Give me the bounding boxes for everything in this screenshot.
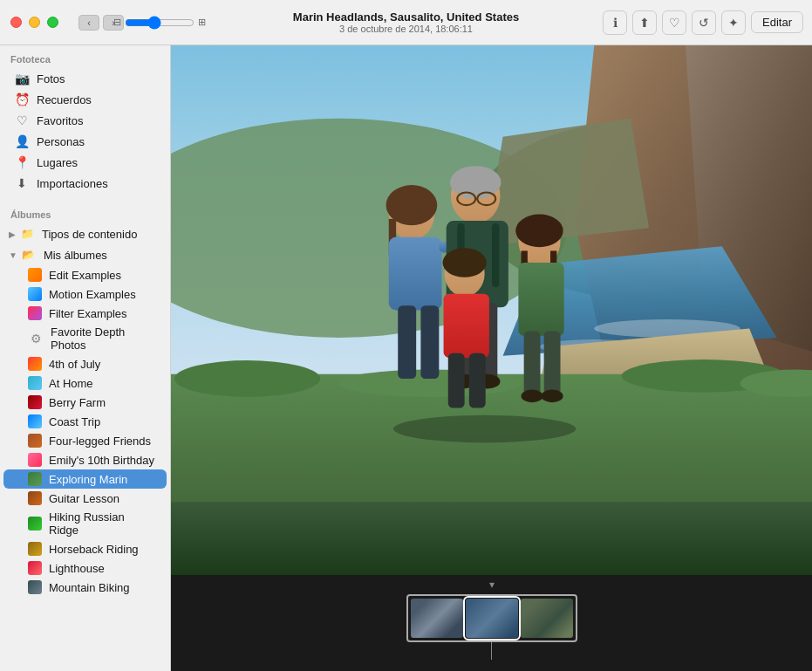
svg-point-49 [393, 415, 576, 442]
sidebar-item-filter-examples[interactable]: Filter Examples [3, 304, 167, 323]
sidebar-item-hiking[interactable]: Hiking Russian Ridge [3, 508, 167, 539]
sidebar-label-fotos: Fotos [37, 72, 65, 86]
thumbnail-2[interactable] [466, 599, 518, 638]
favorites-icon: ♡ [14, 113, 30, 128]
bracket-connector-line [491, 642, 492, 660]
rotate-button[interactable]: ↺ [692, 10, 716, 35]
hiking-label: Hiking Russian Ridge [49, 510, 156, 537]
thumbnail-1[interactable] [411, 599, 463, 638]
favorite-depth-label: Favorite Depth Photos [51, 325, 156, 352]
mis-albumes-section-toggle[interactable]: ▼ 📂 Mis álbumes [3, 244, 167, 265]
svg-point-48 [542, 390, 563, 403]
sidebar-label-lugares: Lugares [37, 156, 78, 169]
sidebar-item-guitar[interactable]: Guitar Lesson [3, 489, 167, 508]
berry-farm-label: Berry Farm [49, 396, 106, 409]
sidebar-item-favorite-depth[interactable]: ⚙ Favorite Depth Photos [3, 323, 167, 354]
sidebar-item-lugares[interactable]: 📍 Lugares [3, 152, 167, 173]
motion-examples-label: Motion Examples [49, 288, 136, 301]
filter-examples-icon [28, 306, 42, 320]
sidebar-label-favoritos: Favoritos [37, 114, 83, 127]
horseback-icon [28, 542, 42, 556]
svg-point-41 [515, 215, 563, 248]
hiking-icon [28, 517, 42, 531]
sidebar: Fototeca 📷 Fotos ⏰ Recuerdos ♡ Favoritos… [0, 45, 171, 671]
chevron-right-icon: ▶ [9, 229, 16, 239]
zoom-slider[interactable] [125, 16, 194, 30]
memories-icon: ⏰ [14, 92, 30, 107]
strip-arrow-icon: ▾ [489, 579, 495, 591]
share-button[interactable]: ⬆ [632, 10, 657, 35]
sidebar-item-emily[interactable]: Emily's 10th Birthday [3, 450, 167, 469]
imports-icon: ⬇ [14, 175, 30, 191]
coast-trip-label: Coast Trip [49, 415, 100, 428]
mountain-icon [28, 580, 42, 594]
minimize-button[interactable] [29, 17, 40, 28]
people-icon: 👤 [14, 134, 30, 149]
edit-button[interactable]: Editar [751, 11, 803, 33]
sidebar-item-exploring-marin[interactable]: Exploring Marin [3, 469, 167, 489]
favorite-button[interactable]: ♡ [662, 10, 686, 35]
photo-title: Marin Headlands, Sausalito, United State… [293, 10, 519, 24]
svg-rect-45 [524, 332, 541, 395]
sidebar-item-motion-examples[interactable]: Motion Examples [3, 284, 167, 304]
thumbnail-3[interactable] [521, 599, 573, 638]
sidebar-item-personas[interactable]: 👤 Personas [3, 131, 167, 152]
sidebar-item-berry-farm[interactable]: Berry Farm [3, 393, 167, 412]
main-layout: Fototeca 📷 Fotos ⏰ Recuerdos ♡ Favoritos… [0, 45, 812, 671]
albums-header: Álbumes [0, 201, 170, 223]
svg-rect-37 [444, 294, 489, 358]
at-home-label: At Home [49, 377, 93, 390]
window-controls [10, 17, 58, 28]
sidebar-item-4th-july[interactable]: 4th of July [3, 354, 167, 373]
close-button[interactable] [10, 17, 22, 28]
four-legged-icon [28, 434, 42, 448]
filter-examples-label: Filter Examples [49, 307, 127, 320]
svg-marker-5 [485, 119, 649, 247]
emily-label: Emily's 10th Birthday [49, 454, 154, 467]
svg-rect-21 [398, 305, 416, 379]
adjust-icon: ✦ [728, 16, 739, 30]
sidebar-item-horseback[interactable]: Horseback Riding [3, 539, 167, 558]
edit-examples-icon [28, 268, 42, 282]
sidebar-item-coast-trip[interactable]: Coast Trip [3, 412, 167, 431]
sidebar-item-favoritos[interactable]: ♡ Favoritos [3, 110, 167, 131]
sidebar-item-four-legged[interactable]: Four-legged Friends [3, 431, 167, 450]
photo-viewer: ▾ [171, 45, 812, 671]
sidebar-item-at-home[interactable]: At Home [3, 373, 167, 393]
places-icon: 📍 [14, 154, 30, 170]
svg-point-36 [443, 248, 487, 277]
sidebar-item-recuerdos[interactable]: ⏰ Recuerdos [3, 89, 167, 110]
sidebar-item-lighthouse[interactable]: Lighthouse [3, 558, 167, 578]
sidebar-item-edit-examples[interactable]: Edit Examples [3, 265, 167, 284]
svg-rect-46 [544, 332, 561, 395]
main-photo-area[interactable] [171, 45, 812, 575]
sidebar-label-importaciones: Importaciones [37, 177, 108, 190]
svg-rect-15 [171, 502, 812, 575]
svg-point-47 [522, 390, 543, 403]
tipos-section-toggle[interactable]: ▶ 📁 Tipos de contenido [3, 223, 167, 244]
tipos-label: Tipos de contenido [42, 228, 137, 241]
coast-trip-icon [28, 414, 42, 428]
library-header: Fototeca [0, 45, 170, 68]
edit-examples-label: Edit Examples [49, 269, 121, 282]
adjust-button[interactable]: ✦ [721, 10, 746, 35]
heart-icon: ♡ [669, 16, 680, 30]
4th-july-icon [28, 357, 42, 371]
sidebar-item-importaciones[interactable]: ⬇ Importaciones [3, 173, 167, 194]
exploring-marin-label: Exploring Marin [49, 473, 127, 486]
guitar-label: Guitar Lesson [49, 492, 119, 505]
svg-rect-44 [518, 263, 563, 336]
sidebar-item-mountain[interactable]: Mountain Biking [3, 578, 167, 597]
guitar-icon [28, 491, 42, 505]
sidebar-item-fotos[interactable]: 📷 Fotos [3, 68, 167, 89]
chevron-down-icon: ▼ [9, 250, 17, 260]
back-button[interactable]: ‹ [78, 15, 99, 31]
svg-rect-30 [492, 223, 499, 287]
selection-bracket [406, 594, 577, 660]
svg-rect-22 [420, 305, 439, 379]
lighthouse-label: Lighthouse [49, 562, 105, 575]
maximize-button[interactable] [47, 17, 58, 28]
titlebar: ‹ › ⊟ ⊞ Marin Headlands, Sausalito, Unit… [0, 0, 812, 45]
info-icon: ℹ [613, 16, 618, 30]
info-button[interactable]: ℹ [603, 10, 627, 35]
